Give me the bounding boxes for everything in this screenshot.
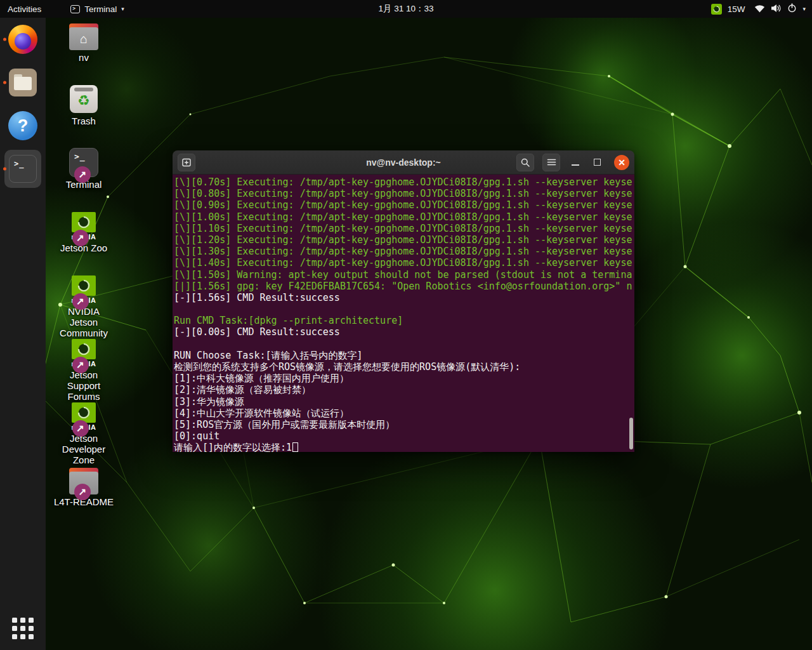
desktop-icon-label: Jetson Developer Zone — [53, 433, 114, 465]
home-folder-icon: ⌂ — [69, 27, 98, 50]
chevron-down-icon: ▾ — [802, 6, 806, 12]
wifi-icon — [754, 4, 765, 15]
desktop-icon-jetson-zoo[interactable]: nVIDIA ↗ Jetson Zoo — [53, 209, 114, 253]
scrollbar-thumb[interactable] — [629, 418, 633, 449]
terminal-line: [-][0.00s] CMD Result:success — [174, 326, 634, 338]
app-menu[interactable]: > Terminal ▾ — [63, 0, 132, 18]
recycle-icon: ♻ — [77, 93, 90, 109]
link-arrow-badge: ↗ — [72, 293, 89, 310]
maximize-button[interactable] — [594, 159, 601, 166]
desktop-icon-l4t-readme[interactable]: ↗ L4T-README — [53, 463, 114, 507]
link-arrow-badge: ↗ — [74, 166, 91, 183]
desktop-icon-terminal[interactable]: >_ ↗ Terminal — [53, 146, 114, 190]
terminal-line: 请输入[]内的数字以选择:1 — [174, 442, 634, 452]
volume-icon — [771, 4, 782, 15]
close-button[interactable]: ✕ — [614, 155, 629, 170]
clock[interactable]: 1月 31 10：33 — [372, 0, 440, 18]
terminal-line: [2]:清华镜像源（容易被封禁） — [174, 384, 634, 395]
running-indicator-dot — [3, 38, 6, 41]
desktop-icon-label: Jetson Support Forums — [53, 369, 114, 402]
running-indicator-dot — [3, 81, 6, 84]
terminal-app-icon: > — [70, 5, 80, 13]
terminal-line: [1]:中科大镜像源（推荐国内用户使用） — [174, 373, 634, 384]
dock-firefox[interactable] — [0, 18, 46, 61]
power-mode-label: 15W — [728, 4, 745, 14]
terminal-line: [\][1.10s] Executing: /tmp/apt-key-gpgho… — [174, 223, 634, 234]
terminal-titlebar[interactable]: nv@nv-desktop:~ ✕ — [173, 150, 634, 175]
trash-icon: ♻ — [70, 85, 98, 113]
terminal-line: [-][1.56s] CMD Result:success — [174, 292, 634, 303]
dock-files[interactable] — [0, 61, 46, 104]
activities-button[interactable]: Activities — [0, 0, 49, 18]
app-menu-label: Terminal — [84, 4, 117, 14]
terminal-line: [0]:quit — [174, 430, 634, 442]
terminal-line: [|][1.56s] gpg: key F42ED6FBAB17C654: "O… — [174, 281, 634, 292]
power-icon — [787, 3, 797, 15]
terminal-line: [\][0.90s] Executing: /tmp/apt-key-gpgho… — [174, 199, 634, 211]
show-applications-button[interactable] — [0, 607, 46, 650]
dock-help[interactable]: ? — [0, 104, 46, 147]
top-bar: Activities > Terminal ▾ 1月 31 10：33 15W … — [0, 0, 812, 18]
search-button[interactable] — [516, 154, 534, 171]
terminal-line: [3]:华为镜像源 — [174, 396, 634, 408]
chevron-down-icon: ▾ — [121, 6, 124, 12]
minimize-button[interactable] — [572, 164, 579, 166]
terminal-line: [4]:中山大学开源软件镜像站（试运行） — [174, 408, 634, 419]
desktop-icon-trash[interactable]: ♻ Trash — [53, 83, 114, 126]
app-grid-icon — [12, 618, 34, 639]
nvidia-power-icon — [711, 4, 722, 15]
desktop-icon-jetson-support-forums[interactable]: nVIDIA ↗ Jetson Support Forums — [53, 336, 114, 402]
link-arrow-badge: ↗ — [74, 484, 91, 500]
terminal-line: RUN Choose Task:[请输入括号内的数字] — [174, 350, 634, 361]
terminal-line: [\][0.70s] Executing: /tmp/apt-key-gpgho… — [174, 176, 634, 188]
terminal-line: [\][1.50s] Warning: apt-key output shoul… — [174, 269, 634, 281]
terminal-line: Run CMD Task:[dpkg --print-architecture] — [174, 315, 634, 326]
system-status-area[interactable]: 15W ▾ — [705, 0, 812, 18]
terminal-window: nv@nv-desktop:~ ✕ [\][0.70s] Executing: … — [173, 150, 634, 452]
link-arrow-badge: ↗ — [72, 230, 89, 246]
help-icon: ? — [8, 111, 37, 140]
terminal-line: [\][1.40s] Executing: /tmp/apt-key-gpgho… — [174, 257, 634, 269]
terminal-line: 检测到您的系统支持多个ROS镜像源，请选择您想要使用的ROS镜像源(默认清华): — [174, 361, 634, 373]
dock-terminal[interactable]: >_ — [0, 147, 46, 190]
link-arrow-badge: ↗ — [72, 420, 89, 437]
home-icon: ⌂ — [80, 32, 88, 45]
desktop-icon-nv[interactable]: ⌂ nv — [53, 19, 114, 63]
new-tab-button[interactable] — [178, 154, 195, 171]
dock: ? >_ — [0, 18, 46, 650]
menu-button[interactable] — [542, 154, 560, 171]
terminal-line: [\][1.00s] Executing: /tmp/apt-key-gpgho… — [174, 211, 634, 223]
desktop-icon-label: nv — [79, 52, 89, 63]
desktop-icon-label: Trash — [72, 116, 96, 126]
window-title: nv@nv-desktop:~ — [366, 157, 441, 168]
text-cursor — [292, 442, 298, 452]
terminal-line — [174, 303, 634, 315]
running-indicator-dot — [3, 168, 6, 171]
firefox-icon — [8, 25, 37, 54]
terminal-line: [\][1.20s] Executing: /tmp/apt-key-gpgho… — [174, 234, 634, 246]
terminal-output[interactable]: [\][0.70s] Executing: /tmp/apt-key-gpgho… — [173, 175, 634, 452]
desktop-icon-jetson-developer-zone[interactable]: nVIDIA ↗ Jetson Developer Zone — [53, 400, 114, 465]
terminal-icon: >_ — [9, 155, 37, 183]
link-arrow-badge: ↗ — [72, 357, 89, 373]
terminal-line: [5]:ROS官方源（国外用户或需要最新版本时使用） — [174, 419, 634, 430]
terminal-line — [174, 338, 634, 350]
terminal-line: [\][0.80s] Executing: /tmp/apt-key-gpgho… — [174, 188, 634, 199]
files-icon — [9, 69, 37, 96]
terminal-line: [\][1.30s] Executing: /tmp/apt-key-gpgho… — [174, 246, 634, 257]
